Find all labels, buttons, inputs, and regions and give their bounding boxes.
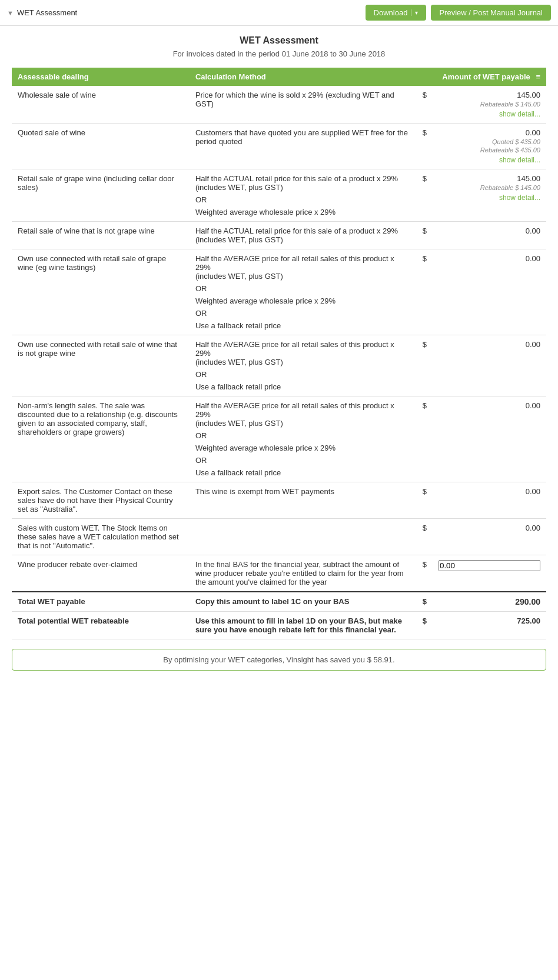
dollar-sign-cell: $	[417, 396, 433, 482]
dealing-cell: Wine producer rebate over-claimed	[12, 555, 190, 592]
amount-value: 0.00	[439, 487, 540, 496]
dollar-sign-cell: $	[417, 555, 433, 592]
method-line: Half the AVERAGE price for all retail sa…	[195, 254, 411, 272]
method-cell: Half the AVERAGE price for all retail sa…	[190, 396, 417, 482]
collapse-arrow[interactable]: ▼	[7, 9, 14, 16]
method-line: (includes WET, plus GST)	[195, 272, 411, 281]
amount-sub1: Rebateable $ 145.00	[439, 184, 540, 191]
method-cell: This wine is exempt from WET payments	[190, 482, 417, 519]
table-row: Retail sale of grape wine (including cel…	[12, 169, 546, 222]
rebate-dollar-sign: $	[417, 612, 433, 639]
rebate-input[interactable]	[439, 560, 540, 571]
rebate-label: Total potential WET rebateable	[12, 612, 190, 639]
page-title: ▼ WET Assessment	[7, 8, 366, 17]
method-cell: Half the AVERAGE price for all retail sa…	[190, 249, 417, 335]
method-line: In the final BAS for the financial year,…	[195, 560, 411, 586]
method-line: (includes WET, plus GST)	[195, 358, 411, 366]
method-line: Use a fallback retail price	[195, 321, 411, 330]
method-cell: Customers that have quoted you are suppl…	[190, 124, 417, 169]
method-line: This wine is exempt from WET payments	[195, 487, 411, 496]
method-line: Weighted average wholesale price x 29%	[195, 444, 411, 452]
amount-sub2: Rebateable $ 435.00	[439, 146, 540, 154]
method-line: Half the AVERAGE price for all retail sa…	[195, 401, 411, 419]
dollar-sign-cell: $	[417, 519, 433, 555]
amount-sub1: Rebateable $ 145.00	[439, 101, 540, 108]
report-subtitle: For invoices dated in the period 01 June…	[12, 49, 546, 58]
top-bar: ▼ WET Assessment Download ▾ Preview / Po…	[0, 0, 558, 26]
method-cell: Half the ACTUAL retail price for this sa…	[190, 222, 417, 249]
amount-cell: 0.00	[433, 396, 546, 482]
or-separator: OR	[195, 195, 411, 204]
dealing-cell: Wholesale sale of wine	[12, 86, 190, 124]
method-line: (includes WET, plus GST)	[195, 419, 411, 428]
dealing-cell: Retail sale of wine that is not grape wi…	[12, 222, 190, 249]
footer-text: By optimising your WET categories, Vinsi…	[163, 655, 394, 664]
total-rebate-row: Total potential WET rebateableUse this a…	[12, 612, 546, 639]
amount-cell: 0.00	[433, 482, 546, 519]
amount-cell: 0.00	[433, 335, 546, 396]
dollar-sign-cell: $	[417, 222, 433, 249]
show-detail-link[interactable]: show detail...	[439, 110, 540, 118]
amount-cell: 0.00	[433, 519, 546, 555]
dealing-cell: Non-arm's length sales. The sale was dis…	[12, 396, 190, 482]
or-separator: OR	[195, 456, 411, 465]
amount-cell: 0.00	[433, 222, 546, 249]
method-cell: Half the ACTUAL retail price for this sa…	[190, 169, 417, 222]
total-method: Copy this amount to label 1C on your BAS	[190, 592, 417, 612]
preview-post-button[interactable]: Preview / Post Manual Journal	[431, 5, 551, 21]
show-detail-link[interactable]: show detail...	[439, 156, 540, 164]
method-line: Weighted average wholesale price x 29%	[195, 208, 411, 216]
rebate-method: Use this amount to fill in label 1D on y…	[190, 612, 417, 639]
table-row: Wine producer rebate over-claimedIn the …	[12, 555, 546, 592]
table-row: Sales with custom WET. The Stock Items o…	[12, 519, 546, 555]
amount-value: 0.00	[439, 524, 540, 532]
method-line: Use a fallback retail price	[195, 468, 411, 477]
method-cell	[190, 519, 417, 555]
total-label: Total WET payable	[12, 592, 190, 612]
dealing-cell: Sales with custom WET. The Stock Items o…	[12, 519, 190, 555]
amount-value: 145.00	[439, 174, 540, 183]
col-method-header: Calculation Method	[190, 68, 417, 86]
dollar-sign-cell: $	[417, 169, 433, 222]
method-line: Half the ACTUAL retail price for this sa…	[195, 226, 411, 235]
dealing-cell: Export sales. The Customer Contact on th…	[12, 482, 190, 519]
method-line: Use a fallback retail price	[195, 382, 411, 391]
table-row: Retail sale of wine that is not grape wi…	[12, 222, 546, 249]
table-row: Wholesale sale of winePrice for which th…	[12, 86, 546, 124]
amount-cell: 145.00Rebateable $ 145.00show detail...	[433, 86, 546, 124]
col-dealing-header: Assessable dealing	[12, 68, 190, 86]
dealing-cell: Own use connected with retail sale of gr…	[12, 249, 190, 335]
dollar-sign-cell: $	[417, 86, 433, 124]
table-row: Non-arm's length sales. The sale was dis…	[12, 396, 546, 482]
amount-cell: 0.00Quoted $ 435.00Rebateable $ 435.00sh…	[433, 124, 546, 169]
table-row: Export sales. The Customer Contact on th…	[12, 482, 546, 519]
amount-cell	[433, 555, 546, 592]
method-line: (includes WET, plus GST)	[195, 235, 411, 244]
dealing-cell: Quoted sale of wine	[12, 124, 190, 169]
main-content: WET Assessment For invoices dated in the…	[0, 26, 558, 680]
column-menu-icon[interactable]: ≡	[536, 72, 540, 81]
col-amount-header: Amount of WET payable ≡	[433, 68, 546, 86]
col-dollar-header	[417, 68, 433, 86]
show-detail-link[interactable]: show detail...	[439, 194, 540, 202]
download-chevron-icon[interactable]: ▾	[411, 9, 418, 16]
table-row: Quoted sale of wineCustomers that have q…	[12, 124, 546, 169]
action-buttons: Download ▾ Preview / Post Manual Journal	[366, 5, 551, 21]
rebate-amount: 725.00	[433, 612, 546, 639]
table-header-row: Assessable dealing Calculation Method Am…	[12, 68, 546, 86]
dealing-cell: Own use connected with retail sale of wi…	[12, 335, 190, 396]
or-separator: OR	[195, 309, 411, 318]
amount-cell: 145.00Rebateable $ 145.00show detail...	[433, 169, 546, 222]
download-label: Download	[374, 8, 408, 17]
amount-value: 145.00	[439, 91, 540, 99]
dollar-sign-cell: $	[417, 249, 433, 335]
method-line: Half the ACTUAL retail price for this sa…	[195, 174, 411, 183]
dollar-sign-cell: $	[417, 335, 433, 396]
page-title-text: WET Assessment	[17, 8, 77, 17]
footer-banner: By optimising your WET categories, Vinsi…	[12, 649, 546, 671]
report-title: WET Assessment	[12, 35, 546, 46]
dealing-cell: Retail sale of grape wine (including cel…	[12, 169, 190, 222]
total-amount-value: 290.00	[439, 597, 540, 606]
download-button[interactable]: Download ▾	[366, 5, 427, 21]
amount-value: 0.00	[439, 226, 540, 235]
